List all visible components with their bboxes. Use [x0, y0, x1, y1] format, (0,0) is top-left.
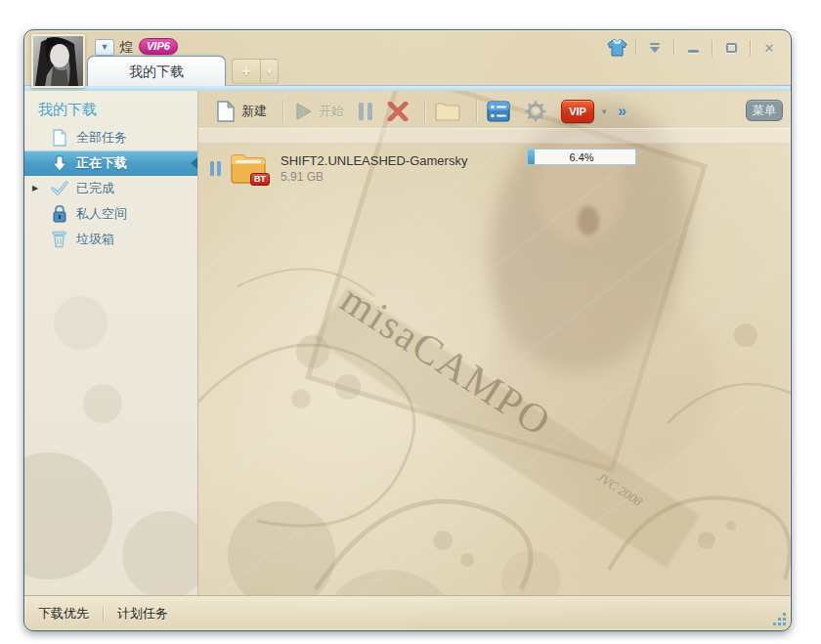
divider [282, 100, 283, 123]
download-priority-link[interactable]: 下载优先 [38, 605, 89, 623]
chevron-down-icon: ▼ [266, 67, 274, 76]
task-row[interactable]: BT SHIFT2.UNLEASHED-Gamersky 5.91 GB 6.4… [198, 146, 791, 191]
sidebar-item-all-tasks[interactable]: 全部任务 [24, 125, 197, 150]
sidebar-item-trash[interactable]: 垃圾箱 [24, 227, 197, 252]
shirt-icon [607, 39, 627, 57]
open-folder-button[interactable] [435, 102, 460, 121]
resize-grip[interactable] [772, 612, 786, 625]
file-icon [50, 129, 68, 148]
task-folder-icon: BT [230, 152, 267, 184]
task-info: SHIFT2.UNLEASHED-Gamersky 5.91 GB [281, 153, 467, 184]
server-list-icon [487, 101, 510, 122]
settings-button[interactable] [524, 100, 547, 123]
background-watermark-text: misaCAMPO [332, 276, 560, 447]
chevron-down-icon: ▼ [101, 42, 109, 52]
lock-icon [50, 205, 68, 224]
avatar-portrait [33, 36, 83, 86]
expander-icon[interactable]: ▶ [32, 184, 38, 193]
user-avatar[interactable] [31, 34, 85, 88]
window-controls: ✕ [605, 37, 781, 59]
pause-icon [358, 102, 373, 121]
progress-percent-label: 6.4% [528, 150, 635, 164]
task-name: SHIFT2.UNLEASHED-Gamersky [281, 153, 467, 168]
sidebar-item-label: 正在下载 [76, 154, 127, 172]
bt-badge: BT [250, 173, 270, 186]
task-progress-bar: 6.4% [527, 149, 636, 165]
selected-notch [191, 157, 197, 169]
background-swirls [198, 247, 791, 595]
sidebar: 我的下载 全部任务 正在下载 [24, 91, 198, 595]
column-header-band [198, 128, 791, 144]
user-dropdown-button[interactable]: ▼ [95, 39, 114, 56]
tab-label: 我的下载 [129, 64, 184, 79]
maximize-icon [726, 43, 737, 53]
new-file-icon [216, 101, 236, 122]
tab-my-downloads[interactable]: 我的下载 [87, 56, 226, 86]
delete-button[interactable] [387, 102, 409, 121]
plus-icon: + [241, 62, 251, 80]
tab-list-button[interactable]: ▼ [261, 59, 279, 84]
skin-button[interactable] [605, 38, 628, 58]
minimize-button[interactable] [681, 38, 705, 58]
play-icon [293, 102, 313, 121]
statusbar: 下载优先 计划任务 [24, 595, 791, 630]
minimize-icon [688, 50, 699, 53]
vip-button[interactable]: VIP [561, 100, 594, 123]
scheduled-tasks-link[interactable]: 计划任务 [117, 605, 168, 623]
sidebar-item-label: 已完成 [76, 180, 114, 197]
pause-button[interactable] [358, 102, 373, 121]
sidebar-item-completed[interactable]: ▶ 已完成 [24, 176, 197, 201]
background-photo [465, 244, 744, 505]
menu-button[interactable]: 菜单 [746, 100, 783, 121]
sidebar-item-downloading[interactable]: 正在下载 [24, 150, 197, 176]
trash-icon [50, 231, 68, 249]
content-area: misaCAMPO JVC 2008 [198, 91, 791, 595]
maximize-button[interactable] [719, 38, 743, 58]
task-size: 5.91 GB [281, 170, 467, 184]
vip-dropdown-caret[interactable]: ▼ [600, 107, 608, 116]
start-label: 开始 [319, 103, 344, 120]
minimize-to-tray-button[interactable] [643, 38, 667, 58]
divider [424, 100, 425, 123]
folder-icon [435, 102, 460, 121]
divider [103, 607, 104, 621]
batch-tasks-button[interactable] [487, 101, 510, 122]
divider [635, 40, 636, 56]
download-arrow-icon [50, 154, 68, 173]
more-tools-chevrons[interactable]: » [618, 103, 627, 120]
tray-arrow-icon [650, 43, 660, 53]
background-photo [578, 206, 599, 236]
vip-button-label: VIP [561, 100, 594, 123]
divider [476, 100, 477, 123]
app-window: ▼ 煌 VIP6 我的下载 + ▼ [23, 29, 792, 631]
sidebar-item-label: 垃圾箱 [76, 231, 114, 248]
check-icon [50, 180, 68, 198]
task-pause-icon[interactable] [208, 159, 222, 177]
sidebar-item-label: 全部任务 [76, 129, 127, 147]
username-label: 煌 [119, 39, 133, 57]
titlebar: ▼ 煌 VIP6 我的下载 + ▼ [24, 30, 791, 91]
start-button[interactable]: 开始 [293, 102, 344, 121]
background-watermark-subtext: JVC 2008 [594, 469, 645, 510]
sidebar-header: 我的下载 [38, 101, 197, 119]
delete-x-icon [387, 102, 409, 121]
new-task-label: 新建 [241, 103, 267, 120]
new-task-button[interactable]: 新建 [216, 101, 267, 122]
sidebar-item-private-space[interactable]: 私人空间 [24, 201, 197, 227]
divider [750, 40, 751, 56]
new-tab-button[interactable]: + [232, 59, 261, 84]
vip-level-badge[interactable]: VIP6 [139, 38, 178, 55]
close-button[interactable]: ✕ [757, 38, 781, 58]
divider [712, 40, 713, 56]
sidebar-item-label: 私人空间 [76, 205, 127, 223]
divider [673, 40, 674, 56]
toolbar: 新建 开始 [198, 91, 791, 132]
close-icon: ✕ [764, 41, 775, 56]
background-caption-band [314, 286, 700, 568]
gear-icon [524, 100, 547, 123]
